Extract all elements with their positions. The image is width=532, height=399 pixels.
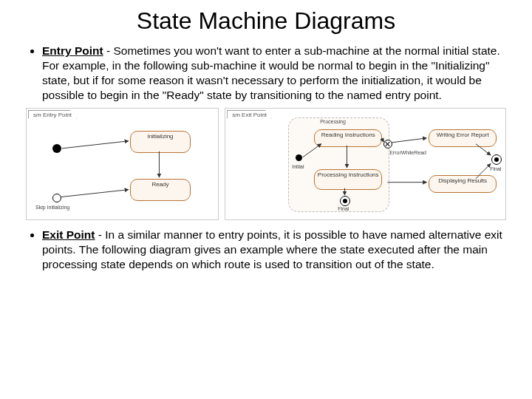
state-displaying: Displaying Results (429, 175, 497, 193)
svg-line-7 (392, 137, 426, 142)
initial-state-icon (52, 144, 61, 153)
panel-tab: sm Entry Point (28, 110, 77, 119)
label-error: ErrorWhileRead (389, 150, 426, 155)
state-initializing: Initializing (130, 131, 191, 153)
page-title: State Machine Diagrams (26, 7, 506, 35)
term-exit: Exit Point (42, 228, 95, 241)
state-ready: Ready (130, 179, 191, 201)
text-exit: - In a similar manner to entry points, i… (42, 228, 502, 270)
final-state-icon (340, 196, 350, 206)
panel-tab: sm Exit Point (227, 110, 272, 119)
final-state-icon (491, 154, 502, 165)
state-reading: Reading Instructions (314, 129, 382, 147)
term-entry: Entry Point (42, 44, 103, 57)
entry-point-icon (52, 194, 61, 202)
label-initial: Initial (292, 164, 304, 169)
text-entry: - Sometimes you won't want to enter a su… (42, 44, 500, 101)
label-final-r: Final (490, 166, 501, 171)
diagram-exit-point: sm Exit Point Processing Initial Reading… (225, 108, 506, 220)
svg-line-0 (62, 140, 129, 148)
bullet-exit: Exit Point - In a similar manner to entr… (42, 228, 506, 272)
svg-line-2 (61, 189, 129, 197)
bullet-entry: Entry Point - Sometimes you won't want t… (42, 44, 506, 103)
label-processing: Processing (320, 119, 346, 124)
state-proc-instr: Processing Instructions (314, 169, 382, 190)
label-skip: Skip Initializing (35, 205, 69, 210)
diagram-entry-point: sm Entry Point Initializing Ready Skip I… (26, 108, 219, 220)
label-final: Final (338, 206, 349, 211)
state-writing: Writing Error Report (429, 129, 497, 147)
exit-point-icon (383, 140, 392, 149)
diagram-row: sm Entry Point Initializing Ready Skip I… (26, 108, 506, 220)
initial-state-icon (296, 154, 302, 161)
